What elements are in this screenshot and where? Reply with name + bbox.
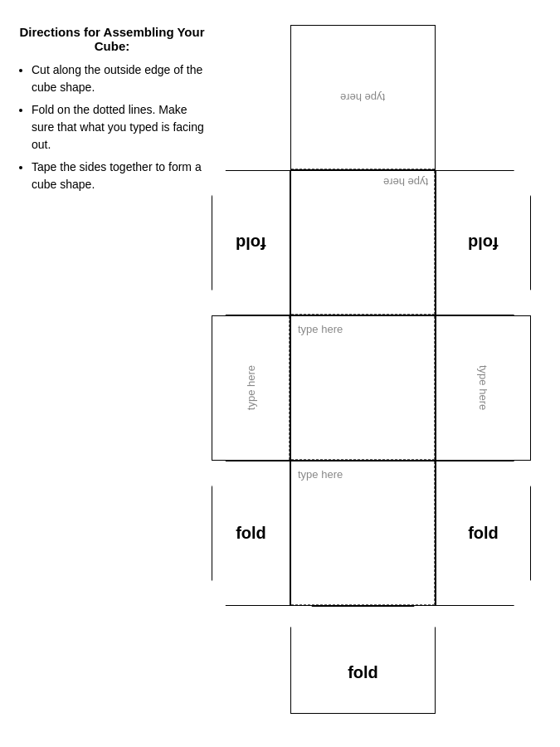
dashed-bottom-bottom (291, 604, 435, 605)
type-here-left: type here (245, 365, 257, 410)
dashed-front-bottom (291, 459, 435, 460)
dashed-front-right (434, 316, 435, 460)
fold-label-bottom-left: fold (236, 524, 266, 543)
fold-tab-right: fold (436, 170, 531, 315)
dashed-center-right (434, 171, 435, 315)
face-bottom: type here (290, 461, 436, 606)
page: Directions for Assembling Your Cube: Cut… (0, 0, 560, 747)
instruction-step-3: Tape the sides together to form a cube s… (32, 159, 207, 193)
instruction-step-2: Fold on the dotted lines. Make sure that… (32, 101, 207, 154)
instructions-panel: Directions for Assembling Your Cube: Cut… (17, 25, 207, 198)
face-front: type here (290, 315, 436, 461)
fold-tab-bottom-right: fold (436, 461, 531, 606)
fold-label-left: fold (236, 233, 266, 252)
face-right: type here (436, 315, 531, 461)
cube-net: type here fold type here fold type here … (212, 25, 531, 722)
type-here-top: type here (340, 91, 385, 104)
type-here-right: type here (477, 365, 489, 410)
fold-label-lowest: fold (348, 663, 378, 682)
face-left: type here (212, 315, 290, 461)
dashed-bottom-right (434, 461, 435, 605)
face-lowest: fold (290, 606, 436, 714)
instruction-step-1: Cut along the outside edge of the cube s… (32, 61, 207, 96)
face-center: type here (290, 170, 436, 315)
face-top: type here (290, 25, 436, 170)
dashed-center-bottom (291, 314, 435, 315)
type-here-bottom: type here (298, 468, 343, 481)
type-here-front: type here (298, 323, 343, 335)
dashed-fold-top-bottom (291, 168, 435, 169)
fold-tab-bottom-left: fold (212, 461, 290, 606)
fold-label-bottom-right: fold (468, 524, 499, 543)
type-here-center: type here (383, 176, 428, 188)
fold-tab-left: fold (212, 170, 290, 315)
dashed-left-right (289, 316, 290, 460)
fold-label-right: fold (468, 233, 499, 252)
instructions-title: Directions for Assembling Your Cube: (17, 25, 207, 53)
instructions-list: Cut along the outside edge of the cube s… (17, 61, 207, 193)
